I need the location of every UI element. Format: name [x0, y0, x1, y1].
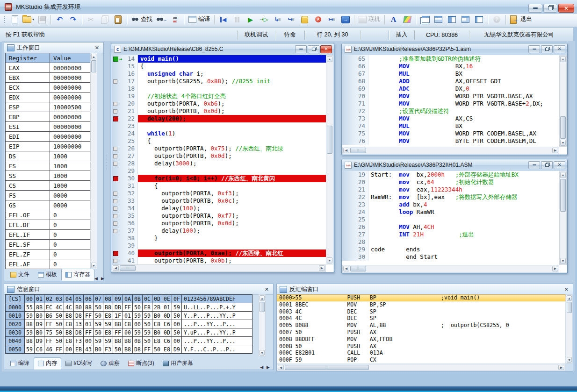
- breakpoint-margin[interactable]: [342, 171, 353, 178]
- scroll-down-icon[interactable]: ▼: [327, 257, 332, 264]
- work-tab-1[interactable]: 模板: [34, 269, 61, 281]
- tab-scroll-left-icon[interactable]: ◀: [260, 365, 263, 370]
- scroll-up-icon[interactable]: ▲: [260, 295, 265, 301]
- toolbar-redo-button[interactable]: ↷: [66, 14, 80, 25]
- work-tab-2[interactable]: 寄存器: [61, 269, 94, 281]
- toolbar-undo-button[interactable]: ↶: [53, 14, 66, 25]
- doc-restore-button[interactable]: [308, 45, 319, 53]
- breakpoint-margin[interactable]: →: [112, 55, 123, 63]
- code-window-c86-titlebar[interactable]: c E:\GMJ\MKStudio\Release\C86_8255.C ✕: [111, 43, 334, 55]
- breakpoint-margin[interactable]: [342, 223, 353, 231]
- breakpoint-margin[interactable]: [112, 93, 123, 100]
- breakpoint-margin[interactable]: [112, 212, 123, 220]
- scroll-up-icon[interactable]: ▲: [327, 56, 332, 62]
- breakpoint-margin[interactable]: [112, 249, 123, 257]
- doc-close-button[interactable]: ✕: [554, 161, 565, 169]
- breakpoint-margin[interactable]: [112, 242, 123, 249]
- breakpoint-margin[interactable]: [342, 70, 353, 78]
- doc-restore-button[interactable]: [541, 161, 553, 169]
- breakpoint-margin[interactable]: [112, 137, 123, 145]
- toolbar-exit-button[interactable]: →退出: [508, 14, 534, 25]
- info-panel-close-icon[interactable]: ✕: [263, 286, 270, 292]
- toolbar-find-button[interactable]: 查找: [129, 14, 155, 25]
- splitter[interactable]: [105, 154, 108, 170]
- breakpoint-margin[interactable]: [112, 182, 123, 190]
- toolbar-online-button[interactable]: 联机: [356, 14, 382, 25]
- scroll-down-icon[interactable]: ▼: [260, 350, 265, 356]
- breakpoint-margin[interactable]: [342, 55, 353, 63]
- disasm-listing[interactable]: 0000>55 PUSH BP ;void main()0001 8BEC MO…: [277, 294, 565, 363]
- code-window-asm1-titlebar[interactable]: asm E:\GMJ\MKStudio\Release\A386P32P\5-1…: [342, 43, 567, 55]
- toolbar-find-next-button[interactable]: →: [155, 14, 168, 25]
- disasm-row[interactable]: 0008 B8DBFF MOV AX,FFDB: [277, 336, 565, 343]
- breakpoint-margin[interactable]: [342, 238, 353, 246]
- breakpoint-margin[interactable]: [112, 205, 123, 212]
- doc-minimize-button[interactable]: [528, 161, 540, 169]
- disasm-panel-header[interactable]: 反汇编窗口 ✕: [277, 284, 573, 295]
- breakpoint-margin[interactable]: [112, 145, 123, 152]
- scroll-up-icon[interactable]: ▲: [567, 295, 572, 301]
- toolbar-debug-pause-button[interactable]: [230, 14, 244, 25]
- toolbar-font-button[interactable]: A: [387, 14, 400, 25]
- breakpoint-margin[interactable]: [342, 186, 353, 193]
- breakpoint-margin[interactable]: [112, 115, 123, 122]
- disasm-vscrollbar[interactable]: ▲ ▼: [566, 294, 573, 363]
- toolbar-step-into-button[interactable]: ↳≡: [271, 14, 284, 25]
- work-tab-0[interactable]: 文件: [6, 269, 34, 281]
- breakpoint-margin[interactable]: [112, 160, 123, 167]
- doc-close-button[interactable]: ✕: [554, 45, 565, 53]
- breakpoint-margin[interactable]: [342, 178, 353, 186]
- breakpoint-margin[interactable]: [112, 78, 123, 85]
- toolbar-run-to-cursor-button[interactable]: ⇢▷: [257, 14, 271, 25]
- scroll-thumb[interactable]: ⦙⦙: [350, 266, 366, 271]
- breakpoint-margin[interactable]: [112, 122, 123, 130]
- breakpoint-margin[interactable]: [112, 197, 123, 205]
- toolbar-cut-button[interactable]: ✂: [84, 14, 98, 25]
- bottom-tab-4[interactable]: 断点(3): [124, 357, 159, 370]
- scroll-thumb[interactable]: [327, 126, 332, 154]
- scroll-thumb[interactable]: ⦙⦙: [285, 365, 369, 370]
- editor-hscrollbar[interactable]: ◀ ⦙⦙ ▶: [342, 147, 559, 154]
- restore-button[interactable]: [543, 4, 557, 13]
- scroll-up-icon[interactable]: ▲: [560, 56, 566, 62]
- toolbar-window-list-button[interactable]: [472, 14, 486, 25]
- scroll-down-icon[interactable]: ▼: [560, 258, 566, 264]
- toolbar-new-file-button[interactable]: [8, 14, 22, 25]
- breakpoint-margin[interactable]: [342, 115, 353, 122]
- scroll-left-icon[interactable]: ◀: [278, 365, 284, 370]
- toolbar-grip-icon[interactable]: [4, 16, 6, 23]
- breakpoint-margin[interactable]: [342, 130, 353, 137]
- toolbar-arrange-windows-button[interactable]: [459, 14, 472, 25]
- breakpoint-margin[interactable]: [342, 100, 353, 107]
- scroll-up-icon[interactable]: ▲: [91, 54, 96, 59]
- toolbar-replace-button[interactable]: abac: [168, 14, 182, 25]
- breakpoint-margin[interactable]: [112, 100, 123, 107]
- bottom-tab-1[interactable]: 内存: [34, 357, 61, 370]
- breakpoint-margin[interactable]: [112, 70, 123, 78]
- breakpoint-margin[interactable]: [112, 107, 123, 115]
- breakpoint-margin[interactable]: [342, 246, 353, 253]
- disasm-row[interactable]: 0004 4C DEC SP: [277, 315, 565, 322]
- breakpoint-margin[interactable]: [112, 63, 123, 70]
- scroll-left-icon[interactable]: ◀: [343, 148, 349, 153]
- toolbar-goto-exec-button[interactable]: →: [339, 14, 352, 25]
- breakpoint-margin[interactable]: [342, 137, 353, 145]
- breakpoint-margin[interactable]: [112, 130, 123, 137]
- scroll-thumb[interactable]: [260, 302, 265, 312]
- scroll-right-icon[interactable]: ▶: [552, 148, 558, 153]
- toolbar-paste-button[interactable]: [111, 14, 125, 25]
- toolbar-step-over-button[interactable]: ↪≡: [284, 14, 298, 25]
- tab-scroll-left-icon[interactable]: ◀: [94, 276, 98, 281]
- scroll-left-icon[interactable]: ◀: [343, 266, 349, 271]
- toolbar-help-button[interactable]: ?: [490, 14, 504, 25]
- code-editor[interactable]: 19Start: mov bx,2000h ;外部存储器起始地址BX20 mov…: [342, 171, 567, 272]
- scroll-up-icon[interactable]: ▲: [560, 172, 566, 178]
- toolbar-tile-vertical-button[interactable]: [445, 14, 459, 25]
- disasm-row[interactable]: 0005 B088 MOV AL,88 ; outportb(CS8255, 0: [277, 322, 565, 329]
- disasm-row[interactable]: 0000>55 PUSH BP ;void main(): [277, 294, 565, 301]
- tab-scroll-right-icon[interactable]: ▶: [101, 276, 104, 281]
- breakpoint-margin[interactable]: [342, 208, 353, 216]
- code-window-asm2-titlebar[interactable]: asm E:\GMJ\MKStudio\Release\A386P32I\H01…: [342, 159, 567, 171]
- breakpoint-margin[interactable]: [342, 93, 353, 100]
- toolbar-tile-horizontal-button[interactable]: [432, 14, 445, 25]
